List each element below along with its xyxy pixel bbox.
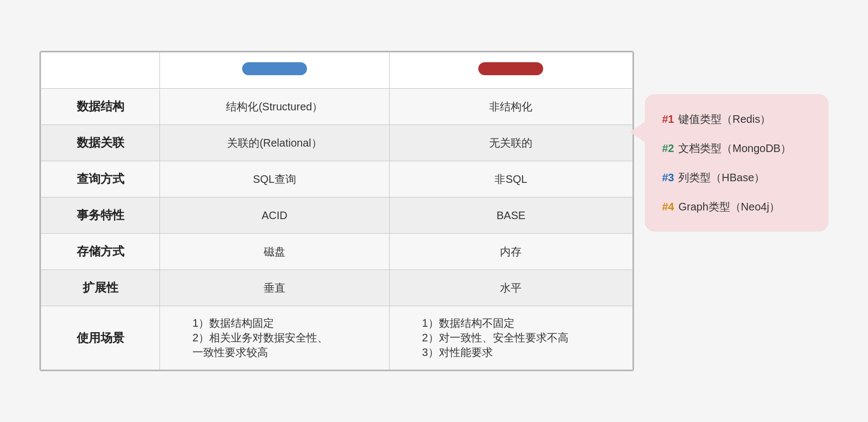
table-wrapper: 数据结构结构化(Structured）非结构化数据关联关联的(Relationa… bbox=[39, 51, 634, 371]
sql-cell: SQL查询 bbox=[160, 161, 390, 197]
sql-badge bbox=[242, 62, 307, 75]
sql-cell: ACID bbox=[160, 197, 390, 234]
col-header-nosql bbox=[389, 52, 632, 89]
callout-item-2: #2文档类型（MongoDB） bbox=[662, 139, 811, 158]
nosql-cell: 水平 bbox=[389, 270, 632, 306]
table-row: 数据关联关联的(Relational）无关联的 bbox=[41, 125, 633, 161]
callout-text-1: 键值类型（Redis） bbox=[678, 109, 771, 129]
nosql-cell: 无关联的 bbox=[389, 125, 632, 161]
feature-cell: 数据关联 bbox=[41, 125, 160, 161]
sql-cell: 垂直 bbox=[160, 270, 390, 306]
feature-cell: 数据结构 bbox=[41, 89, 160, 125]
nosql-cell: 内存 bbox=[389, 234, 632, 270]
comparison-table: 数据结构结构化(Structured）非结构化数据关联关联的(Relationa… bbox=[41, 52, 633, 370]
table-row: 查询方式SQL查询非SQL bbox=[41, 161, 633, 197]
feature-cell: 使用场景 bbox=[41, 306, 160, 370]
col-header-empty bbox=[41, 52, 160, 89]
callout-text-4: Graph类型（Neo4j） bbox=[678, 197, 780, 216]
feature-cell: 查询方式 bbox=[41, 161, 160, 197]
feature-cell: 存储方式 bbox=[41, 234, 160, 270]
table-row: 扩展性垂直水平 bbox=[41, 270, 633, 306]
callout-num-2: #2 bbox=[662, 139, 674, 158]
nosql-cell: 1）数据结构不固定2）对一致性、安全性要求不高3）对性能要求 bbox=[389, 306, 632, 370]
feature-cell: 扩展性 bbox=[41, 270, 160, 306]
callout-text-2: 文档类型（MongoDB） bbox=[678, 139, 791, 158]
callout-text-3: 列类型（HBase） bbox=[678, 168, 765, 187]
col-header-sql bbox=[160, 52, 390, 89]
nosql-cell: 非结构化 bbox=[389, 89, 632, 125]
callout-item-4: #4Graph类型（Neo4j） bbox=[662, 197, 811, 216]
nosql-badge bbox=[478, 62, 543, 75]
table-row: 数据结构结构化(Structured）非结构化 bbox=[41, 89, 633, 125]
sql-cell: 磁盘 bbox=[160, 234, 390, 270]
nosql-cell: BASE bbox=[389, 197, 632, 234]
sql-cell: 1）数据结构固定2）相关业务对数据安全性、一致性要求较高 bbox=[160, 306, 390, 370]
nosql-cell: 非SQL bbox=[389, 161, 632, 197]
content-wrapper: 数据结构结构化(Structured）非结构化数据关联关联的(Relationa… bbox=[39, 51, 829, 371]
feature-cell: 事务特性 bbox=[41, 197, 160, 234]
table-row: 事务特性ACIDBASE bbox=[41, 197, 633, 234]
callout-item-1: #1键值类型（Redis） bbox=[662, 109, 811, 129]
callout-num-3: #3 bbox=[662, 168, 674, 187]
table-row: 存储方式磁盘内存 bbox=[41, 234, 633, 270]
sql-cell: 结构化(Structured） bbox=[160, 89, 390, 125]
callout-box: #1键值类型（Redis）#2文档类型（MongoDB）#3列类型（HBase）… bbox=[645, 94, 829, 232]
slide-container: 数据结构结构化(Structured）非结构化数据关联关联的(Relationa… bbox=[0, 0, 868, 422]
callout-item-3: #3列类型（HBase） bbox=[662, 168, 811, 187]
callout-num-4: #4 bbox=[662, 197, 674, 216]
sql-cell: 关联的(Relational） bbox=[160, 125, 390, 161]
callout-num-1: #1 bbox=[662, 109, 674, 129]
table-row: 使用场景1）数据结构固定2）相关业务对数据安全性、一致性要求较高1）数据结构不固… bbox=[41, 306, 633, 370]
